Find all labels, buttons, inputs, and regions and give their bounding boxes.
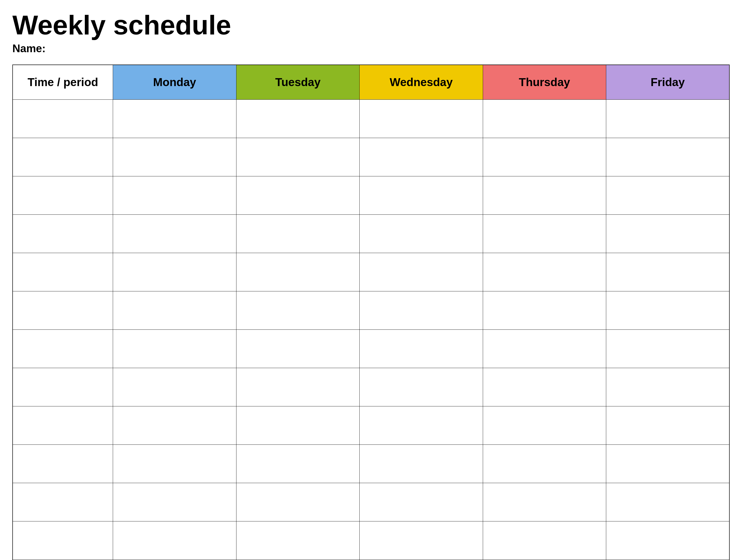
table-cell[interactable] xyxy=(113,406,236,445)
table-row xyxy=(13,253,729,291)
table-cell[interactable] xyxy=(606,138,729,176)
table-row xyxy=(13,483,729,521)
header-wednesday: Wednesday xyxy=(360,65,483,99)
table-cell[interactable] xyxy=(360,445,483,483)
table-row xyxy=(13,138,729,176)
table-cell[interactable] xyxy=(13,445,113,483)
table-cell[interactable] xyxy=(483,138,606,176)
table-cell[interactable] xyxy=(236,329,359,368)
table-cell[interactable] xyxy=(236,521,359,560)
table-cell[interactable] xyxy=(360,99,483,138)
name-label: Name: xyxy=(12,42,730,55)
table-cell[interactable] xyxy=(113,521,236,560)
table-cell[interactable] xyxy=(483,99,606,138)
table-cell[interactable] xyxy=(483,176,606,214)
table-row xyxy=(13,99,729,138)
table-cell[interactable] xyxy=(13,521,113,560)
table-row xyxy=(13,521,729,560)
table-cell[interactable] xyxy=(236,445,359,483)
table-cell[interactable] xyxy=(606,483,729,521)
header-tuesday: Tuesday xyxy=(236,65,359,99)
header-monday: Monday xyxy=(113,65,236,99)
table-cell[interactable] xyxy=(483,253,606,291)
header-time: Time / period xyxy=(13,65,113,99)
table-cell[interactable] xyxy=(360,176,483,214)
table-cell[interactable] xyxy=(483,521,606,560)
table-row xyxy=(13,329,729,368)
table-cell[interactable] xyxy=(483,368,606,406)
table-cell[interactable] xyxy=(113,214,236,253)
table-cell[interactable] xyxy=(236,406,359,445)
table-cell[interactable] xyxy=(360,138,483,176)
table-cell[interactable] xyxy=(360,214,483,253)
page-title: Weekly schedule xyxy=(12,10,730,40)
table-cell[interactable] xyxy=(483,483,606,521)
table-cell[interactable] xyxy=(236,138,359,176)
table-cell[interactable] xyxy=(236,483,359,521)
schedule-table: Time / period Monday Tuesday Wednesday T… xyxy=(12,64,730,560)
table-cell[interactable] xyxy=(483,329,606,368)
table-cell[interactable] xyxy=(113,138,236,176)
table-cell[interactable] xyxy=(360,521,483,560)
table-cell[interactable] xyxy=(483,445,606,483)
table-cell[interactable] xyxy=(360,329,483,368)
table-cell[interactable] xyxy=(236,214,359,253)
table-cell[interactable] xyxy=(113,445,236,483)
table-cell[interactable] xyxy=(360,253,483,291)
table-cell[interactable] xyxy=(606,291,729,329)
table-cell[interactable] xyxy=(360,483,483,521)
table-cell[interactable] xyxy=(236,253,359,291)
table-cell[interactable] xyxy=(483,406,606,445)
table-row xyxy=(13,445,729,483)
table-row xyxy=(13,291,729,329)
table-cell[interactable] xyxy=(13,406,113,445)
table-cell[interactable] xyxy=(606,329,729,368)
table-cell[interactable] xyxy=(236,291,359,329)
table-cell[interactable] xyxy=(606,445,729,483)
table-cell[interactable] xyxy=(236,99,359,138)
table-cell[interactable] xyxy=(13,368,113,406)
table-cell[interactable] xyxy=(606,521,729,560)
header-thursday: Thursday xyxy=(483,65,606,99)
table-cell[interactable] xyxy=(13,329,113,368)
table-cell[interactable] xyxy=(13,253,113,291)
table-cell[interactable] xyxy=(113,483,236,521)
table-cell[interactable] xyxy=(113,329,236,368)
table-cell[interactable] xyxy=(113,291,236,329)
table-cell[interactable] xyxy=(606,406,729,445)
table-cell[interactable] xyxy=(606,253,729,291)
table-cell[interactable] xyxy=(13,138,113,176)
table-cell[interactable] xyxy=(606,99,729,138)
table-row xyxy=(13,214,729,253)
table-cell[interactable] xyxy=(13,483,113,521)
table-cell[interactable] xyxy=(113,99,236,138)
table-cell[interactable] xyxy=(360,406,483,445)
table-cell[interactable] xyxy=(360,291,483,329)
table-cell[interactable] xyxy=(113,253,236,291)
table-cell[interactable] xyxy=(483,291,606,329)
table-cell[interactable] xyxy=(606,214,729,253)
table-cell[interactable] xyxy=(113,368,236,406)
table-cell[interactable] xyxy=(606,368,729,406)
table-cell[interactable] xyxy=(483,214,606,253)
table-cell[interactable] xyxy=(236,176,359,214)
table-cell[interactable] xyxy=(13,214,113,253)
table-cell[interactable] xyxy=(13,176,113,214)
table-cell[interactable] xyxy=(606,176,729,214)
header-row: Time / period Monday Tuesday Wednesday T… xyxy=(13,65,729,99)
table-cell[interactable] xyxy=(13,99,113,138)
table-cell[interactable] xyxy=(236,368,359,406)
table-row xyxy=(13,176,729,214)
table-cell[interactable] xyxy=(113,176,236,214)
header-friday: Friday xyxy=(606,65,729,99)
table-cell[interactable] xyxy=(360,368,483,406)
table-row xyxy=(13,406,729,445)
table-cell[interactable] xyxy=(13,291,113,329)
table-row xyxy=(13,368,729,406)
